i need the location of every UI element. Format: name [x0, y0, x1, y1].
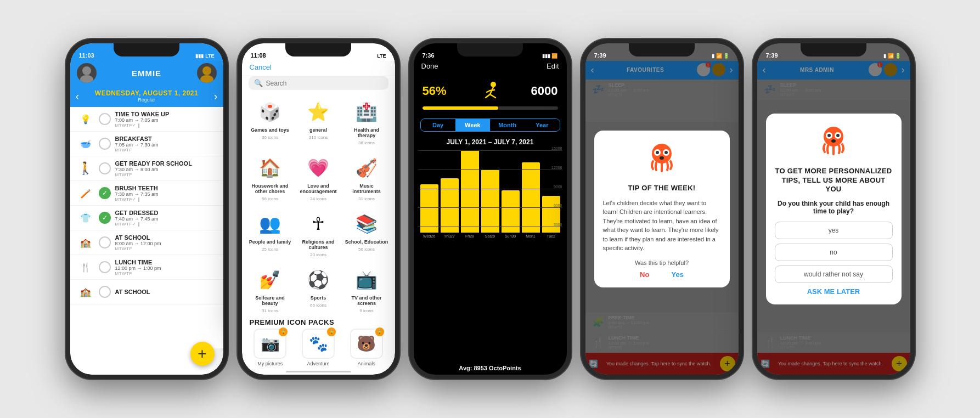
task-check-7[interactable] — [99, 286, 111, 298]
icon-count-4: 24 icons — [310, 196, 326, 201]
task-days-6: MTWTF — [115, 271, 217, 276]
header-1: EMMIE — [70, 61, 223, 88]
task-info-2: GET READY FOR SCHOOL 7:30 am → 8:00 am M… — [115, 160, 217, 177]
icon-cell-8[interactable]: 📚 School, Education 56 icons — [343, 206, 391, 262]
icon-img-1: ⭐ — [305, 99, 331, 125]
bar-label-3: Sat29 — [485, 234, 495, 238]
task-item-0[interactable]: 💡 TIME TO WAKE UP 7:00 am → 7:05 am MTWT… — [70, 107, 223, 132]
avatar-left-1[interactable] — [77, 63, 97, 83]
task-check-3[interactable]: ✓ — [99, 187, 111, 199]
choice-yes-5[interactable]: yes — [775, 222, 893, 239]
task-info-7: AT SCHOOL — [115, 289, 217, 295]
icon-count-6: 25 icons — [262, 247, 278, 252]
task-info-5: AT SCHOOL 8:00 am → 12:00 pm MTWTF — [115, 234, 217, 251]
cancel-button-2[interactable]: Cancel — [250, 63, 272, 71]
bar-col-1: Thu27 — [441, 150, 459, 238]
bar-label-4: Sun30 — [505, 234, 516, 238]
icon-count-10: 66 icons — [310, 303, 326, 308]
task-check-0[interactable] — [99, 113, 111, 125]
task-item-6[interactable]: 🍴 LUNCH TIME 12:00 pm → 1:00 pm MTWTF — [70, 255, 223, 280]
premium-cell-1[interactable]: 🐾 🔒 Adventure — [296, 329, 340, 366]
premium-icon-1: 🐾 🔒 — [302, 329, 335, 359]
premium-header-2: PREMIUM ICON PACKS — [242, 314, 395, 329]
bar-col-2: Fri28 — [461, 150, 479, 238]
task-icon-6: 🍴 — [77, 258, 94, 276]
lock-badge-1: 🔒 — [327, 327, 336, 336]
icon-count-11: 9 icons — [359, 308, 373, 313]
task-check-5[interactable] — [99, 236, 111, 248]
icon-count-8: 56 icons — [358, 247, 375, 252]
time-4: 7:39 — [594, 52, 606, 59]
icon-cell-4[interactable]: 💗 Love and encouragement 24 icons — [295, 150, 342, 206]
task-info-1: BREAKFAST 7:05 am → 7:30 am MTWTF — [115, 135, 217, 152]
search-input-2[interactable] — [266, 80, 383, 87]
icon-cell-9[interactable]: 💅 Selfcare and beauty 31 icons — [246, 262, 294, 314]
period-tab-week[interactable]: Week — [455, 119, 490, 131]
icon-cell-1[interactable]: ⭐ general 310 icons — [295, 94, 342, 150]
bar-1 — [441, 178, 459, 233]
no-button-4[interactable]: No — [640, 270, 649, 279]
icon-cell-10[interactable]: ⚽ Sports 66 icons — [295, 262, 342, 314]
task-icon-0: 💡 — [77, 110, 94, 128]
svg-point-15 — [660, 156, 664, 160]
icon-cell-3[interactable]: 🏠 Housework and other chores 56 icons — [246, 150, 294, 206]
icon-cell-2[interactable]: 🏥 Health and therapy 38 icons — [343, 94, 391, 150]
signal-bars-1: ▮▮▮ — [195, 53, 204, 59]
task-icon-1: 🥣 — [77, 135, 94, 152]
task-days-2: MTWTF — [115, 172, 217, 177]
task-check-4[interactable]: ✓ — [99, 212, 111, 224]
svg-point-14 — [664, 151, 668, 154]
task-info-4: GET DRESSED 7:40 am → 7:45 am MTWTF✓ ‖ — [115, 210, 217, 227]
bar-label-1: Thu27 — [444, 234, 455, 238]
task-item-3[interactable]: 🪥 ✓ BRUSH TEETH 7:30 am → 7:35 am MTWTF✓… — [70, 181, 223, 206]
left-arrow-1[interactable]: ‹ — [76, 90, 80, 103]
task-name-3: BRUSH TEETH — [115, 185, 217, 191]
task-days-0: MTWTF✓ ‖ — [115, 123, 217, 128]
right-arrow-1[interactable]: › — [214, 90, 218, 103]
task-item-4[interactable]: 👕 ✓ GET DRESSED 7:40 am → 7:45 am MTWTF✓… — [70, 206, 223, 230]
task-icon-3: 🪥 — [77, 184, 94, 202]
notch-4 — [629, 43, 695, 57]
yes-button-4[interactable]: Yes — [671, 270, 683, 279]
task-check-2[interactable] — [99, 162, 111, 174]
icon-label-5: Music instruments — [345, 183, 388, 194]
task-item-2[interactable]: 🚶 GET READY FOR SCHOOL 7:30 am → 8:00 am… — [70, 156, 223, 181]
edit-button-3[interactable]: Edit — [547, 62, 559, 70]
done-button-3[interactable]: Done — [421, 62, 438, 70]
task-time-5: 8:00 am → 12:00 pm — [115, 241, 217, 246]
premium-label-1: Adventure — [307, 361, 329, 366]
task-check-6[interactable] — [99, 261, 111, 273]
icon-count-7: 20 icons — [310, 252, 326, 257]
premium-cell-0[interactable]: 📷 🔒 My pictures — [249, 329, 292, 366]
notch-1 — [114, 43, 179, 57]
popup-overlay-5: TO GET MORE PERSONNALIZED TIPS, TELL US … — [757, 43, 910, 375]
icon-cell-5[interactable]: 🎻 Music instruments 31 icons — [343, 150, 391, 206]
task-item-1[interactable]: 🥣 BREAKFAST 7:05 am → 7:30 am MTWTF — [70, 132, 223, 156]
task-check-1[interactable] — [99, 138, 111, 150]
svg-point-21 — [831, 139, 836, 143]
icon-cell-7[interactable]: ☥ Religions and cultures 20 icons — [295, 206, 342, 262]
fab-button-1[interactable]: + — [190, 342, 215, 366]
bar-label-6: Tue2 — [547, 234, 555, 238]
choice-no-5[interactable]: no — [775, 244, 893, 261]
icon-cell-11[interactable]: 📺 TV and other screens 9 icons — [343, 262, 391, 314]
choice-rather-5[interactable]: would rather not say — [775, 266, 893, 283]
period-tab-month[interactable]: Month — [490, 119, 525, 131]
popup-title-4: TIP OF THE WEEK! — [603, 184, 721, 193]
ask-later-btn-5[interactable]: ASK ME LATER — [775, 287, 893, 296]
icon-cell-0[interactable]: 🎲 Games and toys 36 icons — [246, 94, 294, 150]
icon-count-9: 31 icons — [262, 308, 278, 313]
svg-point-19 — [827, 134, 831, 137]
svg-line-6 — [486, 94, 490, 98]
premium-cell-2[interactable]: 🐻 🔒 Animals — [345, 329, 388, 366]
avatar-right-1[interactable] — [197, 63, 217, 83]
task-name-5: AT SCHOOL — [115, 234, 217, 241]
svg-point-13 — [656, 151, 659, 154]
icon-cell-6[interactable]: 👥 People and family 25 icons — [246, 206, 294, 262]
period-tab-day[interactable]: Day — [421, 119, 455, 131]
task-item-7[interactable]: 🏫 AT SCHOOL — [70, 280, 223, 304]
task-info-6: LUNCH TIME 12:00 pm → 1:00 pm MTWTF — [115, 259, 217, 276]
task-item-5[interactable]: 🏫 AT SCHOOL 8:00 am → 12:00 pm MTWTF — [70, 230, 223, 255]
title-area-1: EMMIE — [101, 69, 193, 78]
period-tab-year[interactable]: Year — [525, 119, 559, 131]
